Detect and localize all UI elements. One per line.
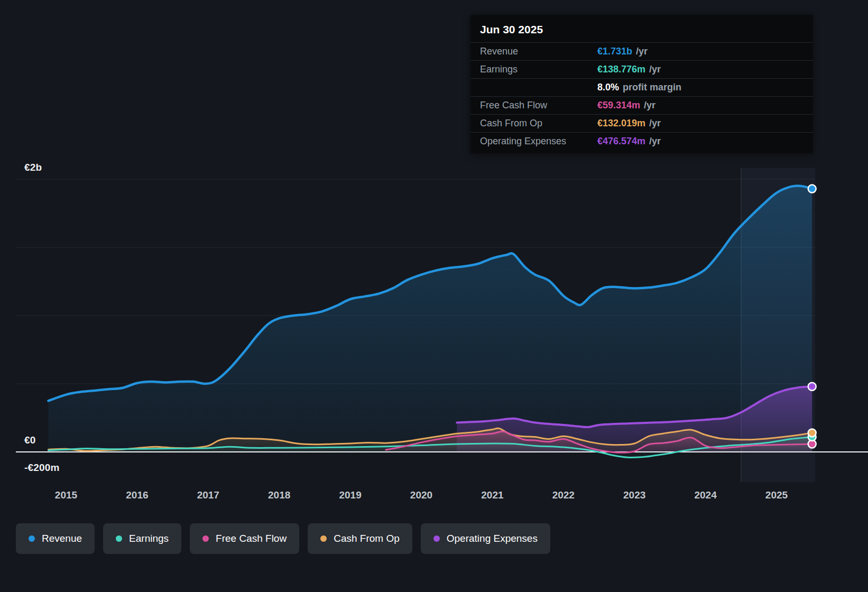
legend-item-earnings[interactable]: Earnings <box>103 523 181 554</box>
earnings-legend-dot-icon <box>116 535 122 542</box>
tooltip-row-value: €138.776m <box>597 64 645 75</box>
x-axis-label: 2021 <box>468 489 516 501</box>
tooltip-row: Operating Expenses€476.574m/yr <box>470 132 813 150</box>
x-axis-label: 2018 <box>255 489 303 501</box>
legend-label: Cash From Op <box>334 533 400 544</box>
free-cash-flow-legend-dot-icon <box>202 535 209 542</box>
tooltip-row-suffix: /yr <box>636 46 648 57</box>
tooltip-date: Jun 30 2025 <box>470 22 813 42</box>
x-axis-label: 2019 <box>327 489 374 501</box>
legend-item-cash-from-op[interactable]: Cash From Op <box>308 523 412 554</box>
legend-label: Operating Expenses <box>447 533 538 544</box>
data-tooltip: Jun 30 2025 Revenue€1.731b/yrEarnings€13… <box>470 15 813 153</box>
x-axis-label: 2016 <box>113 489 161 501</box>
operating-expenses-end-marker[interactable] <box>808 383 816 391</box>
cash-from-op-end-marker[interactable] <box>808 429 816 437</box>
tooltip-row: Free Cash Flow€59.314m/yr <box>470 96 813 114</box>
legend-label: Free Cash Flow <box>216 533 287 544</box>
cash-from-op-legend-dot-icon <box>320 535 327 542</box>
x-axis-label: 2024 <box>682 489 730 501</box>
x-axis-label: 2022 <box>540 489 587 501</box>
tooltip-row-suffix: /yr <box>649 136 661 147</box>
revenue-area <box>48 186 812 452</box>
operating-expenses-legend-dot-icon <box>433 535 440 542</box>
x-axis-label: 2020 <box>398 489 445 501</box>
tooltip-row-suffix: /yr <box>649 64 661 75</box>
x-axis-label: 2023 <box>611 489 658 501</box>
tooltip-row-label: Operating Expenses <box>480 136 597 147</box>
tooltip-row-value: 8.0% <box>597 82 619 93</box>
tooltip-row-label: Earnings <box>480 64 597 75</box>
tooltip-row: Earnings€138.776m/yr <box>470 60 813 78</box>
tooltip-row-suffix: profit margin <box>623 82 681 93</box>
revenue-end-marker[interactable] <box>808 185 816 193</box>
tooltip-row-value: €1.731b <box>597 46 632 57</box>
tooltip-row-value: €476.574m <box>597 136 645 147</box>
legend-item-revenue[interactable]: Revenue <box>16 523 95 554</box>
x-axis-label: 2025 <box>753 489 800 501</box>
tooltip-row-label: Revenue <box>480 46 597 57</box>
legend-label: Earnings <box>129 533 169 544</box>
legend-item-free-cash-flow[interactable]: Free Cash Flow <box>190 523 299 554</box>
x-axis-label: 2015 <box>42 489 90 501</box>
tooltip-row: 8.0%profit margin <box>470 78 813 96</box>
tooltip-row-suffix: /yr <box>644 100 655 111</box>
tooltip-row-label: Cash From Op <box>480 118 597 129</box>
legend: RevenueEarningsFree Cash FlowCash From O… <box>16 523 550 554</box>
legend-item-operating-expenses[interactable]: Operating Expenses <box>421 523 550 554</box>
y-axis-label: €2b <box>24 162 42 173</box>
legend-label: Revenue <box>42 533 82 544</box>
tooltip-rows: Revenue€1.731b/yrEarnings€138.776m/yr8.0… <box>470 42 813 150</box>
y-axis-label: -€200m <box>24 462 60 474</box>
tooltip-row: Revenue€1.731b/yr <box>470 42 813 60</box>
tooltip-row-label: Free Cash Flow <box>480 100 597 111</box>
financial-history-page: €2b€0-€200m 2015201620172018201920202021… <box>0 0 868 592</box>
tooltip-row: Cash From Op€132.019m/yr <box>470 114 813 132</box>
financial-history-chart[interactable] <box>0 159 868 486</box>
x-axis-label: 2017 <box>184 489 232 501</box>
tooltip-row-suffix: /yr <box>649 118 661 129</box>
tooltip-row-value: €132.019m <box>597 118 645 129</box>
revenue-legend-dot-icon <box>29 535 35 542</box>
y-axis-label: €0 <box>24 434 36 446</box>
tooltip-row-value: €59.314m <box>597 100 640 111</box>
